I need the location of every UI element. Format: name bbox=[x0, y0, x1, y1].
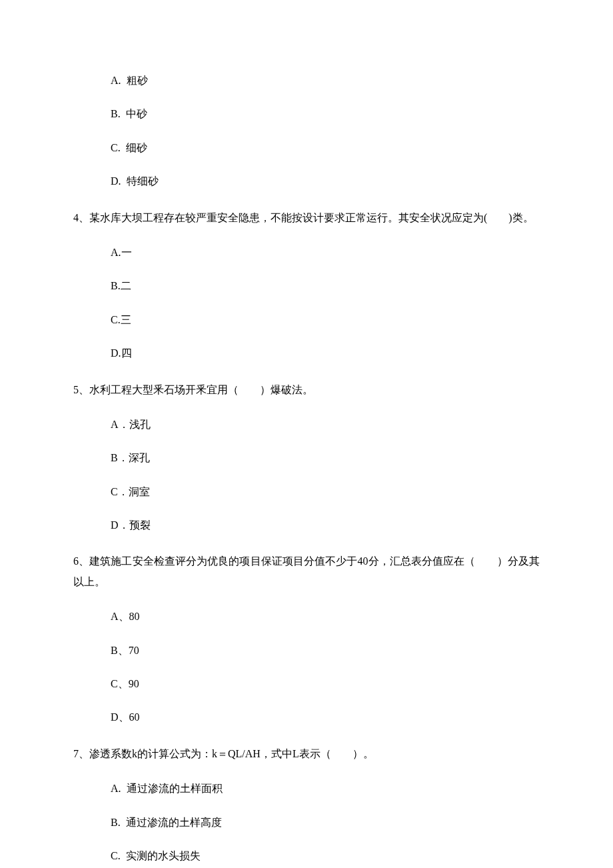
option-item: A、80 bbox=[111, 609, 540, 624]
option-item: A.通过渗流的土样面积 bbox=[111, 781, 540, 796]
option-label: A. bbox=[111, 247, 121, 258]
option-text: 浅孔 bbox=[129, 419, 151, 430]
option-text: 80 bbox=[129, 611, 140, 622]
option-item: D、60 bbox=[111, 710, 540, 725]
option-item: C.实测的水头损失 bbox=[111, 849, 540, 863]
option-item: A.粗砂 bbox=[111, 73, 540, 88]
option-text: 实测的水头损失 bbox=[126, 850, 201, 861]
option-label: B. bbox=[111, 817, 121, 828]
option-item: C.细砂 bbox=[111, 141, 540, 155]
option-label: D、 bbox=[111, 711, 129, 723]
question-3-options: A.粗砂 B.中砂 C.细砂 D.特细砂 bbox=[73, 73, 540, 189]
option-text: 70 bbox=[129, 645, 139, 656]
option-item: C、90 bbox=[111, 677, 540, 691]
option-label: D. bbox=[111, 347, 121, 359]
question-6-options: A、80 B、70 C、90 D、60 bbox=[73, 609, 540, 725]
option-item: B.通过渗流的土样高度 bbox=[111, 815, 540, 830]
option-item: B.二 bbox=[111, 279, 540, 293]
question-6-stem: 6、建筑施工安全检查评分为优良的项目保证项目分值不少于40分，汇总表分值应在（ … bbox=[73, 551, 540, 592]
option-text: 预裂 bbox=[129, 519, 151, 531]
option-item: C．洞室 bbox=[111, 485, 540, 499]
option-label: B. bbox=[111, 280, 121, 291]
option-item: A．浅孔 bbox=[111, 417, 540, 432]
option-text: 四 bbox=[121, 347, 132, 359]
option-label: A. bbox=[111, 75, 121, 86]
option-label: C. bbox=[111, 314, 121, 325]
option-text: 通过渗流的土样高度 bbox=[126, 817, 222, 828]
option-label: A． bbox=[111, 419, 129, 430]
option-text: 细砂 bbox=[126, 142, 147, 153]
option-text: 深孔 bbox=[129, 452, 150, 463]
option-label: C、 bbox=[111, 678, 129, 689]
question-5-options: A．浅孔 B．深孔 C．洞室 D．预裂 bbox=[73, 417, 540, 533]
option-item: D．预裂 bbox=[111, 518, 540, 533]
option-label: B. bbox=[111, 108, 121, 119]
option-label: B． bbox=[111, 452, 129, 463]
option-item: B、70 bbox=[111, 643, 540, 658]
option-item: B．深孔 bbox=[111, 451, 540, 465]
option-item: B.中砂 bbox=[111, 107, 540, 121]
option-text: 三 bbox=[121, 314, 131, 325]
option-item: D.特细砂 bbox=[111, 174, 540, 189]
option-text: 二 bbox=[121, 280, 131, 291]
option-label: D. bbox=[111, 175, 121, 187]
question-5-stem: 5、水利工程大型釆石场开釆宜用（ ）爆破法。 bbox=[73, 380, 540, 400]
option-label: B、 bbox=[111, 645, 129, 656]
option-text: 90 bbox=[129, 678, 139, 689]
option-label: C. bbox=[111, 850, 121, 861]
option-label: A. bbox=[111, 783, 121, 794]
option-label: C. bbox=[111, 142, 121, 153]
option-text: 特细砂 bbox=[127, 175, 159, 187]
option-text: 一 bbox=[121, 247, 132, 258]
page: A.粗砂 B.中砂 C.细砂 D.特细砂 4、某水库大坝工程存在较严重安全隐患，… bbox=[0, 0, 613, 868]
question-4-stem: 4、某水库大坝工程存在较严重安全隐患，不能按设计要求正常运行。其安全状况应定为(… bbox=[73, 208, 540, 228]
option-item: C.三 bbox=[111, 313, 540, 327]
option-text: 通过渗流的土样面积 bbox=[127, 783, 223, 794]
question-4-options: A.一 B.二 C.三 D.四 bbox=[73, 245, 540, 361]
option-label: D． bbox=[111, 519, 129, 531]
option-item: A.一 bbox=[111, 245, 540, 260]
option-item: D.四 bbox=[111, 346, 540, 361]
option-text: 洞室 bbox=[129, 486, 150, 497]
option-text: 中砂 bbox=[126, 108, 147, 119]
question-7-stem: 7、渗透系数k的计算公式为：k＝QL/AH，式中L表示（ ）。 bbox=[73, 744, 540, 764]
option-text: 60 bbox=[129, 711, 140, 723]
question-7-options: A.通过渗流的土样面积 B.通过渗流的土样高度 C.实测的水头损失 D.实验水压 bbox=[73, 781, 540, 868]
option-label: C． bbox=[111, 486, 129, 497]
option-label: A、 bbox=[111, 611, 129, 622]
option-text: 粗砂 bbox=[127, 75, 148, 86]
